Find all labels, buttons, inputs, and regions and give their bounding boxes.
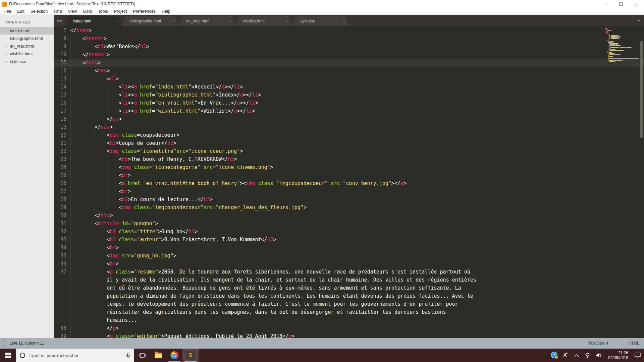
sidebar-file-wishlist.html[interactable]: ×wishlist.html [0, 50, 54, 58]
code-line-19[interactable]: 19</nav> [54, 123, 644, 131]
tab-size-indicator[interactable]: Tab Size: 4 [588, 341, 608, 346]
menu-preferences[interactable]: Preferences [130, 8, 159, 14]
cursor-position: Line 11, Column 11 [10, 341, 44, 346]
code-line-33[interactable]: 33<h2 class="auteur">B.Von Eckartsberg, … [54, 236, 644, 244]
code-line-18[interactable]: 18</ul> [54, 115, 644, 123]
sublime-text-button[interactable]: S [182, 349, 199, 362]
task-view-icon [139, 352, 146, 359]
menu-edit[interactable]: Edit [14, 8, 28, 14]
tab-close-icon[interactable]: × [343, 19, 345, 23]
taskbar-clock[interactable]: 21:26 04/09/2018 [605, 351, 631, 360]
menu-tools[interactable]: Tools [95, 8, 111, 14]
code-line-16[interactable]: 16<li><a href="en_vrac.html">En Vrac...<… [54, 99, 644, 107]
menu-view[interactable]: View [65, 8, 80, 14]
minimize-button[interactable] [598, 0, 613, 8]
file-explorer-button[interactable] [150, 349, 166, 362]
menu-goto[interactable]: Goto [80, 8, 95, 14]
tray-chevron-up-icon[interactable] [572, 354, 581, 357]
taskbar-search-box[interactable]: Taper ici pour rechercher [16, 349, 134, 362]
start-button[interactable] [0, 349, 16, 362]
sidebar-file-index.html[interactable]: ×index.html [0, 27, 54, 35]
sidebar-file-style.css[interactable]: ×style.css [0, 58, 54, 65]
code-line-8[interactable]: 8<header> [54, 35, 644, 43]
menu-selection[interactable]: Selection [28, 8, 51, 14]
minimap[interactable] [605, 28, 639, 62]
code-line-25[interactable]: 25<br> [54, 171, 644, 179]
file-close-icon[interactable]: × [5, 52, 8, 56]
file-close-icon[interactable]: × [5, 36, 8, 41]
code-line-15[interactable]: 15<li><a href="bibliographie.html">Index… [54, 91, 644, 99]
code-line-35[interactable]: 35<img src="gung_ho.jpg"> [54, 252, 644, 260]
syntax-indicator[interactable]: HTML [628, 341, 639, 346]
code-line-17[interactable]: 17<li><a href="wishlist.html">Wishlist</… [54, 107, 644, 115]
code-line-14[interactable]: 14<li><a href="index.html">Accueil</a></… [54, 83, 644, 91]
menu-project[interactable]: Project [111, 8, 130, 14]
code-line-9[interactable]: 9<h1>Waz'Books</h1> [54, 43, 644, 51]
line-number: 18 [54, 115, 66, 123]
tab-close-icon[interactable]: × [229, 19, 232, 23]
get-help-icon[interactable]: ? [550, 352, 559, 359]
code-line-28[interactable]: 28<h2>En cours de lecture...</h2> [54, 195, 644, 203]
sidebar-file-en_vrac.html[interactable]: ×en_vrac.html [0, 42, 54, 50]
file-close-icon[interactable]: × [5, 59, 8, 64]
tab-close-icon[interactable]: × [286, 19, 288, 23]
tab-scroll-left-icon[interactable]: ◀ [56, 18, 59, 23]
tab-bibliographie.html[interactable]: bibliographie.html× [122, 16, 178, 26]
line-number: 39 [54, 332, 66, 338]
file-explorer-icon [155, 353, 162, 358]
chrome-button[interactable] [166, 349, 182, 362]
code-line-21[interactable]: 21<h2>Coups de coeur</h2> [54, 139, 644, 147]
wifi-icon[interactable] [583, 353, 592, 358]
menu-find[interactable]: Find [51, 8, 65, 14]
code-text: </nav> [70, 123, 464, 131]
line-number: 37 [54, 268, 66, 276]
code-line-34[interactable]: 34<br> [54, 244, 644, 252]
people-icon[interactable] [561, 352, 570, 358]
code-line-24[interactable]: 24<img class="iconecategorie" src="icone… [54, 163, 644, 171]
vertical-scrollbar[interactable] [640, 41, 643, 138]
tab-close-icon[interactable]: × [116, 19, 118, 23]
code-line-39[interactable]: 39<p class="editeur">Paquet éditions, Pu… [54, 332, 644, 338]
microphone-icon[interactable] [126, 353, 130, 358]
tab-index.html[interactable]: index.html× [65, 16, 122, 26]
code-line-36[interactable]: 36<br> [54, 260, 644, 268]
menu-file[interactable]: File [1, 8, 14, 14]
code-line-29[interactable]: 29<img class="imgcoupsdecoeur"src="chang… [54, 203, 644, 212]
code-line-13[interactable]: 13<ul> [54, 75, 644, 83]
code-line-31[interactable]: 31<article id="gungho"> [54, 220, 644, 228]
sidebar-file-bibliographie.html[interactable]: ×bibliographie.html [0, 35, 54, 42]
task-view-button[interactable] [134, 349, 150, 362]
code-line-11[interactable]: 11<body> [54, 59, 644, 67]
tab-style.css[interactable]: style.css× [292, 16, 348, 26]
tab-scroll-right-icon[interactable]: ▶ [60, 18, 62, 23]
code-line-23[interactable]: 23<h5>The book of Henry, C.TREVORROW</h5… [54, 155, 644, 163]
file-close-icon[interactable]: × [5, 44, 8, 48]
code-text: <li><a href="wishlist.html">Wishlist</a>… [70, 107, 488, 115]
code-line-12[interactable]: 12<nav> [54, 67, 644, 75]
code-line-32[interactable]: 32<h1 class="titre">Gung ho</h1> [54, 228, 644, 236]
code-line-27[interactable]: 27<br> [54, 187, 644, 195]
code-line-38[interactable]: 38</p> [54, 324, 644, 332]
code-editor[interactable]: 7</head>8<header>9<h1>Waz'Books</h1>10</… [54, 26, 644, 338]
tab-en_vrac.html[interactable]: en_vrac.html× [179, 16, 235, 26]
code-line-10[interactable]: 10</header> [54, 51, 644, 59]
code-line-37[interactable]: 37<p class="resume">2050. De la toundra … [54, 268, 644, 324]
file-label: style.css [10, 59, 26, 64]
menu-help[interactable]: Help [159, 8, 173, 14]
volume-icon[interactable] [594, 353, 603, 358]
tab-close-icon[interactable]: × [173, 19, 175, 23]
code-line-30[interactable]: 30</div> [54, 212, 644, 220]
tab-overflow-icon[interactable]: ▼ [637, 19, 641, 22]
file-close-icon[interactable]: × [5, 28, 8, 33]
line-number: 30 [54, 212, 66, 220]
line-number: 12 [54, 67, 66, 75]
code-line-26[interactable]: 26<a href="en_vrac.html#the_book_of_henr… [54, 179, 644, 187]
code-line-7[interactable]: 7</head> [54, 26, 644, 35]
close-button[interactable] [629, 0, 644, 8]
code-line-20[interactable]: 20<div class=coupsdecoeur> [54, 131, 644, 139]
tab-wishlist.html[interactable]: wishlist.html× [235, 16, 292, 26]
maximize-button[interactable] [613, 0, 629, 8]
action-center-icon[interactable] [633, 352, 642, 358]
code-text: <body> [70, 59, 452, 67]
code-line-22[interactable]: 22<img class="iconetitre"src="icone_coeu… [54, 147, 644, 155]
